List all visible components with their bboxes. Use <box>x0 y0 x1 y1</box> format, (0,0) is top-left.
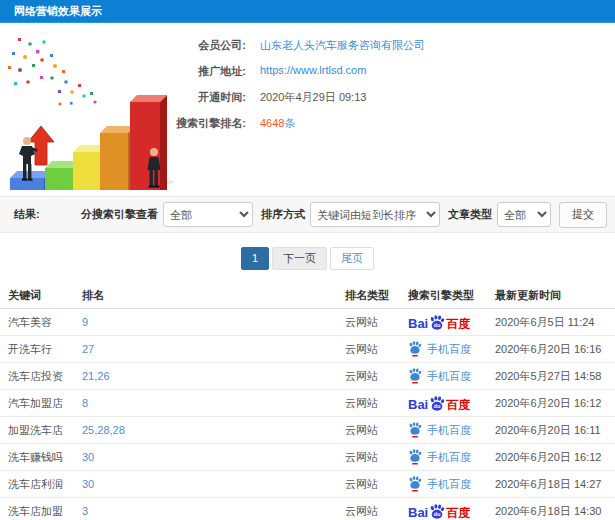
table-row: 洗车赚钱吗 30 云网站 手机百度 2020年6月20日 16:12 <box>0 444 615 471</box>
rank-link[interactable]: 8 <box>82 397 345 409</box>
rank-type-cell: 云网站 <box>345 450 408 465</box>
promo-url-link[interactable]: https://www.lrtlsd.com <box>260 64 366 76</box>
baidu-logo-bai-text: Bai <box>408 506 428 519</box>
mobile-baidu-text: 手机百度 <box>427 369 471 384</box>
mobile-baidu-paw-icon <box>408 422 422 438</box>
baidu-logo: Bai du 百度 <box>408 504 470 519</box>
rank-type-cell: 云网站 <box>345 504 408 519</box>
rank-type-cell: 云网站 <box>345 477 408 492</box>
promo-url-label: 推广地址: <box>160 64 246 79</box>
confetti-dots-icon <box>8 38 97 106</box>
update-time-cell: 2020年6月18日 14:30 <box>495 504 615 519</box>
table-row: 洗车店投资 21,26 云网站 手机百度 2020年5月27日 14:58 <box>0 363 615 390</box>
header-rank-type: 排名类型 <box>345 288 408 303</box>
bar-chart-clipart-icon <box>0 30 185 190</box>
mobile-baidu-text: 手机百度 <box>427 342 471 357</box>
engine-filter-label: 分搜索引擎查看 <box>81 207 158 222</box>
result-label: 结果: <box>14 207 40 222</box>
rank-type-cell: 云网站 <box>345 342 408 357</box>
keyword-cell: 加盟洗车店 <box>8 423 82 438</box>
info-row-open-time: 开通时间: 2020年4月29日 09:13 <box>160 90 610 105</box>
rank-link[interactable]: 30 <box>82 451 345 463</box>
baidu-logo-cn-text: 百度 <box>446 399 470 411</box>
baidu-logo: Bai du 百度 <box>408 396 470 411</box>
sort-select[interactable]: 关键词由短到长排序 <box>310 202 440 227</box>
keyword-cell: 汽车加盟店 <box>8 396 82 411</box>
mobile-baidu-paw-icon <box>408 449 422 465</box>
engine-cell: 手机百度 <box>408 368 495 384</box>
open-time-value: 2020年4月29日 09:13 <box>260 90 366 105</box>
keyword-cell: 汽车美容 <box>8 315 82 330</box>
baidu-logo-cn-text: 百度 <box>446 318 470 330</box>
rank-type-cell: 云网站 <box>345 315 408 330</box>
page-last-button[interactable]: 尾页 <box>330 247 374 270</box>
svg-text:du: du <box>434 322 441 328</box>
page-current[interactable]: 1 <box>241 247 269 270</box>
keyword-cell: 洗车赚钱吗 <box>8 450 82 465</box>
baidu-logo-bai-text: Bai <box>408 398 428 411</box>
open-time-label: 开通时间: <box>160 90 246 105</box>
sort-label: 排序方式 <box>261 207 305 222</box>
info-row-rank-count: 搜索引擎排名: 4648条 <box>160 116 610 131</box>
header-keyword: 关键词 <box>8 288 82 303</box>
filter-bar: 结果: 分搜索引擎查看 全部 排序方式 关键词由短到长排序 文章类型 全部 提交 <box>0 196 615 233</box>
update-time-cell: 2020年6月20日 16:11 <box>495 423 615 438</box>
mobile-baidu-logo: 手机百度 <box>408 476 471 492</box>
update-time-cell: 2020年6月5日 11:24 <box>495 315 615 330</box>
rank-link[interactable]: 9 <box>82 316 345 328</box>
member-info-panel: 会员公司: 山东老人头汽车服务咨询有限公司 推广地址: https://www.… <box>160 38 610 142</box>
rank-link[interactable]: 21,26 <box>82 370 345 382</box>
engine-cell: Bai du 百度 <box>408 504 495 519</box>
results-table: 关键词 排名 排名类型 搜索引擎类型 最新更新时间 汽车美容 9 云网站 Bai… <box>0 283 615 520</box>
rank-count-value: 4648条 <box>260 116 295 131</box>
update-time-cell: 2020年6月20日 16:16 <box>495 342 615 357</box>
update-time-cell: 2020年6月18日 14:27 <box>495 477 615 492</box>
submit-button[interactable]: 提交 <box>559 202 607 228</box>
baidu-logo-bai-text: Bai <box>408 317 428 330</box>
rank-count-unit: 条 <box>284 117 295 129</box>
keyword-cell: 开洗车行 <box>8 342 82 357</box>
info-row-company: 会员公司: 山东老人头汽车服务咨询有限公司 <box>160 38 610 53</box>
rank-count-label: 搜索引擎排名: <box>160 116 246 131</box>
svg-text:du: du <box>434 403 441 409</box>
rank-link[interactable]: 3 <box>82 505 345 517</box>
mobile-baidu-logo: 手机百度 <box>408 368 471 384</box>
rank-link[interactable]: 27 <box>82 343 345 355</box>
header-rank: 排名 <box>82 288 345 303</box>
table-row: 汽车加盟店 8 云网站 Bai du 百度 2020年6月20日 16:12 <box>0 390 615 417</box>
page-title: 网络营销效果展示 <box>14 5 102 17</box>
table-body: 汽车美容 9 云网站 Bai du 百度 2020年6月5日 11:24 开洗车… <box>0 309 615 520</box>
mobile-baidu-text: 手机百度 <box>427 423 471 438</box>
rank-type-cell: 云网站 <box>345 423 408 438</box>
table-row: 洗车店加盟 3 云网站 Bai du 百度 2020年6月18日 14:30 <box>0 498 615 520</box>
mobile-baidu-paw-icon <box>408 368 422 384</box>
table-header-row: 关键词 排名 排名类型 搜索引擎类型 最新更新时间 <box>0 283 615 309</box>
baidu-paw-icon: du <box>429 504 445 520</box>
engine-filter-select[interactable]: 全部 <box>163 202 253 227</box>
mobile-baidu-logo: 手机百度 <box>408 449 471 465</box>
company-link[interactable]: 山东老人头汽车服务咨询有限公司 <box>260 38 425 53</box>
baidu-paw-icon: du <box>429 315 445 331</box>
rank-link[interactable]: 30 <box>82 478 345 490</box>
update-time-cell: 2020年5月27日 14:58 <box>495 369 615 384</box>
header-engine-type: 搜索引擎类型 <box>408 288 495 303</box>
table-row: 开洗车行 27 云网站 手机百度 2020年6月20日 16:16 <box>0 336 615 363</box>
baidu-logo-cn-text: 百度 <box>446 507 470 519</box>
rank-type-cell: 云网站 <box>345 396 408 411</box>
title-bar: 网络营销效果展示 <box>0 0 615 23</box>
company-label: 会员公司: <box>160 38 246 53</box>
engine-cell: 手机百度 <box>408 449 495 465</box>
mobile-baidu-paw-icon <box>408 341 422 357</box>
mobile-baidu-text: 手机百度 <box>427 450 471 465</box>
engine-cell: 手机百度 <box>408 476 495 492</box>
engine-cell: Bai du 百度 <box>408 315 495 330</box>
article-type-select[interactable]: 全部 <box>497 202 551 227</box>
mobile-baidu-logo: 手机百度 <box>408 422 471 438</box>
baidu-paw-icon: du <box>429 396 445 412</box>
keyword-cell: 洗车店加盟 <box>8 504 82 519</box>
page-next-button[interactable]: 下一页 <box>272 247 327 270</box>
rank-link[interactable]: 25,28,28 <box>82 424 345 436</box>
mobile-baidu-paw-icon <box>408 476 422 492</box>
engine-cell: 手机百度 <box>408 422 495 438</box>
engine-cell: 手机百度 <box>408 341 495 357</box>
